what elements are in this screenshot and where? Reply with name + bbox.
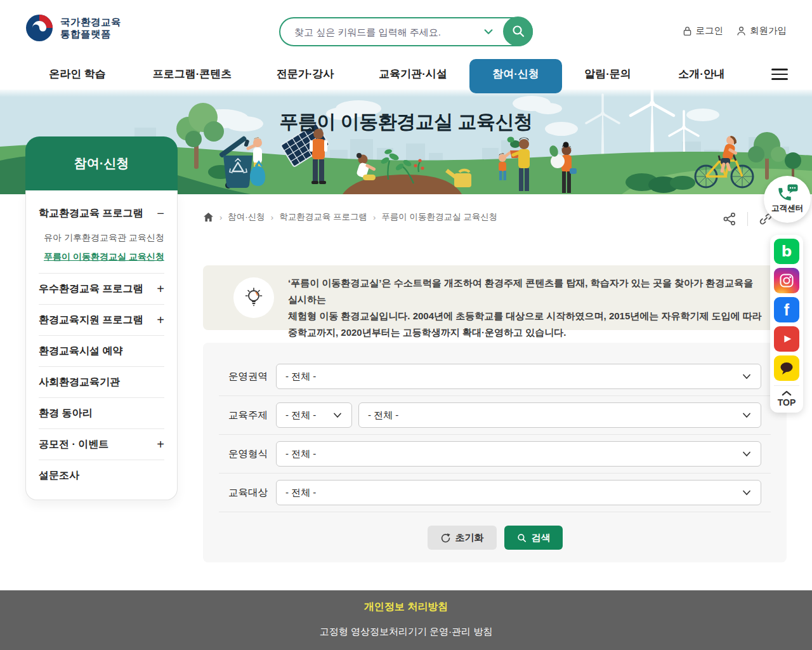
nav-expert-instructor[interactable]: 전문가·강사 xyxy=(277,58,334,90)
sidebar-item-support-programs[interactable]: 환경교육지원 프로그램 + xyxy=(39,305,164,335)
chevron-down-icon xyxy=(742,488,752,498)
user-links: 로그인 회원가입 xyxy=(682,25,787,37)
search-filter-panel: 운영권역 - 전체 - 교육주제 - 전체 - - 전체 - 운영형식 - 전체… xyxy=(203,343,787,562)
breadcrumb-current-page[interactable]: 푸름이 이동환경교실 교육신청 xyxy=(381,211,497,223)
filter-label-format: 운영형식 xyxy=(228,448,276,461)
chat-bubble-icon xyxy=(787,184,798,194)
sidebar-item-contest-event[interactable]: 공모전 · 이벤트 + xyxy=(39,429,164,460)
sidebar-item-survey[interactable]: 설문조사 xyxy=(39,460,164,491)
share-icon[interactable] xyxy=(722,211,737,227)
login-label: 로그인 xyxy=(696,25,724,37)
privacy-policy-link[interactable]: 개인정보 처리방침 xyxy=(0,590,812,614)
header: 국가환경교육 통합플랫폼 로그인 회원가입 xyxy=(0,0,812,58)
nav-institution-facility[interactable]: 교육기관·시설 xyxy=(379,58,447,90)
home-icon[interactable] xyxy=(203,212,214,222)
chevron-down-icon xyxy=(742,449,752,459)
facebook-icon[interactable]: f xyxy=(774,297,799,322)
chevron-down-icon xyxy=(332,410,343,420)
lock-icon xyxy=(682,25,693,37)
region-select[interactable]: - 전체 - xyxy=(276,364,761,389)
search-scope-chevron-icon[interactable] xyxy=(483,26,494,37)
person-icon xyxy=(736,25,747,37)
sidebar-item-school-programs[interactable]: 학교환경교육 프로그램 − xyxy=(39,198,164,229)
signup-label: 회원가입 xyxy=(750,25,787,37)
signup-link[interactable]: 회원가입 xyxy=(736,25,787,37)
search-icon xyxy=(511,23,526,39)
login-link[interactable]: 로그인 xyxy=(682,25,724,37)
sidebar-subitem-kids-climate[interactable]: 유아 기후환경교육관 교육신청 xyxy=(39,229,164,248)
site-title: 국가환경교육 통합플랫폼 xyxy=(60,16,121,40)
filter-label-topic: 교육주제 xyxy=(228,409,276,422)
program-description: ‘푸름이 이동환경교실’은 수소트럭을 개조하여 환경주제 콘텐츠를 탑재, 학… xyxy=(288,275,788,341)
divider xyxy=(747,212,748,226)
main-nav: 온라인 학습 프로그램·콘텐츠 전문가·강사 교육기관·시설 참여·신청 알림·… xyxy=(0,58,812,90)
format-select[interactable]: - 전체 - xyxy=(276,441,761,467)
sidebar-subitem-pureumi-mobile[interactable]: 푸름이 이동환경교실 교육신청 xyxy=(39,248,164,267)
search-bar xyxy=(279,17,533,46)
breadcrumb-school-programs[interactable]: 학교환경교육 프로그램 xyxy=(279,211,367,223)
page-actions xyxy=(722,211,773,227)
lightbulb-badge xyxy=(233,277,274,318)
expand-icon[interactable]: + xyxy=(157,437,164,452)
hamburger-menu-icon[interactable] xyxy=(771,69,788,80)
nav-online-learning[interactable]: 온라인 학습 xyxy=(49,58,106,90)
scroll-to-top-button[interactable]: TOP xyxy=(774,385,799,410)
filter-label-target: 교육대상 xyxy=(228,486,276,500)
footer: 개인정보 처리방침 고정형 영상정보처리기기 운영·관리 방침 xyxy=(0,590,812,650)
nav-program-contents[interactable]: 프로그램·콘텐츠 xyxy=(153,58,232,90)
site-logo[interactable]: 국가환경교육 통합플랫폼 xyxy=(25,14,121,42)
search-button[interactable] xyxy=(503,17,533,46)
breadcrumb-separator: › xyxy=(373,213,376,222)
breadcrumb-separator: › xyxy=(271,213,273,222)
filter-label-region: 운영권역 xyxy=(228,370,276,383)
youtube-icon[interactable] xyxy=(774,326,799,352)
breadcrumb-participation[interactable]: 참여·신청 xyxy=(228,211,265,223)
page-title: 푸름이 이동환경교실 교육신청 xyxy=(0,109,812,135)
sidebar-item-facility-reservation[interactable]: 환경교육시설 예약 xyxy=(39,336,164,366)
refresh-icon xyxy=(440,533,451,543)
chevron-down-icon xyxy=(742,371,752,381)
sidebar-title: 참여·신청 xyxy=(25,136,178,190)
customer-center-label: 고객센터 xyxy=(771,203,803,214)
chevron-down-icon xyxy=(742,410,752,420)
nav-participation[interactable]: 참여·신청 xyxy=(492,58,539,90)
nav-about[interactable]: 소개·안내 xyxy=(678,58,725,90)
nav-notice-inquiry[interactable]: 알림·문의 xyxy=(584,58,631,90)
topic-select[interactable]: - 전체 - xyxy=(358,402,761,428)
lightbulb-icon xyxy=(242,286,265,309)
expand-icon[interactable]: + xyxy=(157,313,164,328)
filter-search-button[interactable]: 검색 xyxy=(504,526,563,550)
kakaotalk-icon[interactable] xyxy=(774,355,799,381)
sidebar-item-environment-club[interactable]: 환경 동아리 xyxy=(39,398,164,428)
sidebar-item-social-institutions[interactable]: 사회환경교육기관 xyxy=(39,367,164,397)
breadcrumb: › 참여·신청 › 학교환경교육 프로그램 › 푸름이 이동환경교실 교육신청 xyxy=(203,211,497,223)
topic-category-select[interactable]: - 전체 - xyxy=(276,402,352,428)
expand-icon[interactable]: + xyxy=(157,282,164,296)
cctv-policy-link[interactable]: 고정형 영상정보처리기기 운영·관리 방침 xyxy=(0,626,812,638)
target-select[interactable]: - 전체 - xyxy=(276,480,761,505)
sidebar-menu: 학교환경교육 프로그램 − 유아 기후환경교육관 교육신청 푸름이 이동환경교실… xyxy=(25,190,178,500)
naver-blog-icon[interactable]: b xyxy=(774,239,799,264)
instagram-icon[interactable] xyxy=(774,268,799,293)
breadcrumb-separator: › xyxy=(219,213,222,222)
search-input[interactable] xyxy=(280,18,483,45)
chevron-up-icon xyxy=(782,390,792,396)
collapse-icon[interactable]: − xyxy=(157,206,164,221)
social-links: b f TOP xyxy=(770,235,803,413)
government-emblem-icon xyxy=(25,14,53,42)
search-icon xyxy=(516,533,527,543)
customer-center-button[interactable]: 고객센터 xyxy=(764,176,811,223)
program-description-box: ‘푸름이 이동환경교실’은 수소트럭을 개조하여 환경주제 콘텐츠를 탑재, 학… xyxy=(203,265,787,330)
sidebar-item-excellent-programs[interactable]: 우수환경교육 프로그램 + xyxy=(39,274,164,304)
reset-button[interactable]: 초기화 xyxy=(428,526,497,550)
